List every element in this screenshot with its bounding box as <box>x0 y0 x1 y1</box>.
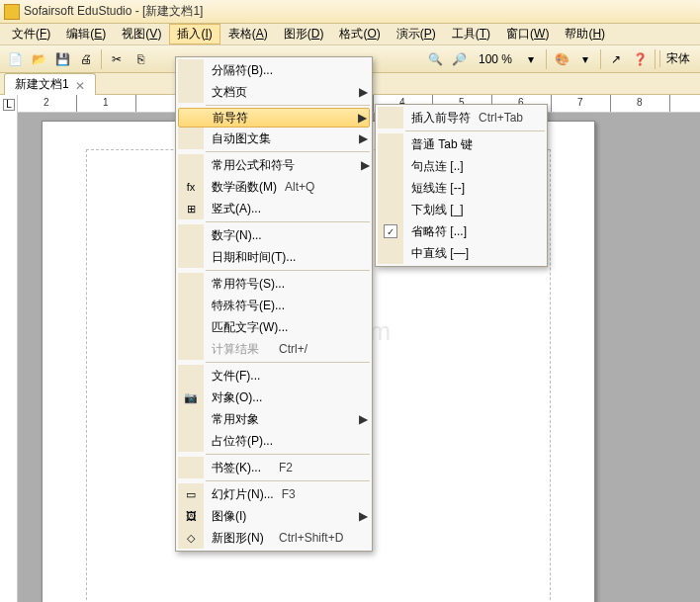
menu-item[interactable]: 图形(D) <box>276 24 332 44</box>
menu-icon <box>378 177 403 199</box>
menu-item[interactable]: 常用对象▶ <box>178 408 370 430</box>
copy-button[interactable]: ⎘ <box>130 48 151 70</box>
menu-icon <box>178 154 204 176</box>
menu-label: 日期和时间(T)... <box>204 249 304 266</box>
menu-label: 短线连 [--] <box>403 180 473 197</box>
menu-label: 书签(K)... <box>204 460 279 476</box>
submenu-arrow-icon: ▶ <box>356 412 370 426</box>
menu-label: 中直线 [—] <box>403 245 477 262</box>
ruler-mark: 8 <box>637 97 643 108</box>
menu-item[interactable]: 插入(I) <box>169 24 219 44</box>
menu-icon <box>178 408 204 430</box>
menu-item[interactable]: 演示(P) <box>389 24 444 44</box>
menu-item[interactable]: 窗口(W) <box>498 24 557 44</box>
ruler-corner: L <box>3 99 15 111</box>
menu-item[interactable]: 自动图文集▶ <box>178 128 370 149</box>
menu-item[interactable]: 文件(F)... <box>178 365 370 387</box>
save-button[interactable]: 💾 <box>51 48 73 70</box>
dropdown-icon[interactable]: ▾ <box>574 48 596 70</box>
menu-item[interactable]: 帮助(H) <box>557 24 613 44</box>
submenu-arrow-icon: ▶ <box>360 158 370 172</box>
menu-item[interactable]: 匹配文字(W)... <box>178 316 370 338</box>
menu-item[interactable]: 编辑(E) <box>58 24 114 44</box>
menu-item[interactable]: 短线连 [--] <box>378 177 545 199</box>
new-button[interactable]: 📄 <box>4 48 26 70</box>
menu-item[interactable]: 数字(N)... <box>178 224 370 246</box>
app-icon <box>4 4 20 20</box>
menu-label: 常用符号(S)... <box>204 276 293 293</box>
zoom-button[interactable]: 🔎 <box>449 48 471 70</box>
menu-label: 竖式(A)... <box>204 201 279 217</box>
menu-shortcut: Ctrl+/ <box>279 342 356 356</box>
menu-item[interactable]: 📷对象(O)... <box>178 387 370 408</box>
menu-item[interactable]: 下划线 [_] <box>378 199 545 220</box>
menu-item[interactable]: 书签(K)...F2 <box>178 457 370 478</box>
menu-icon <box>178 59 204 81</box>
menu-item[interactable]: ✓省略符 [...] <box>378 220 545 242</box>
zoom-value[interactable]: 100 % <box>473 52 518 66</box>
menu-item[interactable]: 句点连 [..] <box>378 155 545 177</box>
menu-icon <box>378 155 403 177</box>
menu-label: 特殊符号(E)... <box>204 298 293 314</box>
menu-label: 普通 Tab 键 <box>403 136 481 153</box>
menu-label: 数学函数(M) <box>204 179 285 196</box>
menu-separator <box>206 480 370 481</box>
menu-item[interactable]: 插入前导符Ctrl+Tab <box>378 107 545 129</box>
menu-item[interactable]: 前导符▶ <box>178 108 370 128</box>
toolbar-separator <box>546 49 547 69</box>
menu-label: 省略符 [...] <box>403 223 475 240</box>
menu-icon <box>178 295 204 316</box>
search-button[interactable]: 🔍 <box>425 48 447 70</box>
menu-item[interactable]: 工具(T) <box>444 24 498 44</box>
menu-item[interactable]: ▭幻灯片(N)...F3 <box>178 483 370 505</box>
close-icon[interactable]: ✕ <box>75 79 85 89</box>
menu-icon <box>178 316 204 338</box>
menu-icon <box>178 224 204 246</box>
dropdown-icon[interactable]: ▾ <box>520 48 542 70</box>
menu-item[interactable]: 特殊符号(E)... <box>178 295 370 316</box>
help-button[interactable]: ❓ <box>629 48 651 70</box>
menu-item[interactable]: 🖼图像(I)▶ <box>178 505 370 527</box>
cut-button[interactable]: ✂ <box>106 48 128 70</box>
menu-item[interactable]: 文件(F) <box>4 24 58 44</box>
document-tab[interactable]: 新建文档1 ✕ <box>4 73 96 95</box>
menu-label: 插入前导符 <box>403 110 479 127</box>
menu-item[interactable]: ◇新图形(N)Ctrl+Shift+D <box>178 527 370 549</box>
menu-item[interactable]: 表格(A) <box>220 24 276 44</box>
menu-separator <box>206 105 370 106</box>
menu-icon <box>178 273 204 295</box>
open-button[interactable]: 📂 <box>28 48 49 70</box>
print-button[interactable]: 🖨 <box>75 48 97 70</box>
menu-item[interactable]: 格式(O) <box>331 24 388 44</box>
menu-separator <box>206 270 370 271</box>
window-title: Sofairsoft EduStudio - [新建文档1] <box>24 3 203 20</box>
menu-icon: ◇ <box>178 527 204 549</box>
font-name[interactable]: 宋体 <box>659 50 696 67</box>
submenu-arrow-icon: ▶ <box>356 85 370 99</box>
menu-icon <box>178 365 204 387</box>
menu-item[interactable]: 常用公式和符号▶ <box>178 154 370 176</box>
menu-icon <box>178 81 204 103</box>
menu-item[interactable]: fx数学函数(M)Alt+Q <box>178 176 370 198</box>
color-button[interactable]: 🎨 <box>551 48 572 70</box>
menu-item[interactable]: 视图(V) <box>114 24 169 44</box>
menu-label: 数字(N)... <box>204 227 279 244</box>
menu-item[interactable]: 分隔符(B)... <box>178 59 370 81</box>
menu-separator <box>206 151 370 152</box>
submenu-arrow-icon: ▶ <box>356 509 370 523</box>
menu-item[interactable]: ⊞竖式(A)... <box>178 198 370 219</box>
menu-item[interactable]: 常用符号(S)... <box>178 273 370 295</box>
menu-item[interactable]: 日期和时间(T)... <box>178 246 370 268</box>
menubar: 文件(F)编辑(E)视图(V)插入(I)表格(A)图形(D)格式(O)演示(P)… <box>0 24 700 45</box>
arrow-button[interactable]: ↗ <box>605 48 627 70</box>
menu-item[interactable]: 文档页▶ <box>178 81 370 103</box>
toolbar-separator <box>101 49 102 69</box>
menu-label: 幻灯片(N)... <box>204 486 282 503</box>
menu-item[interactable]: 中直线 [—] <box>378 242 545 264</box>
menu-item[interactable]: 计算结果Ctrl+/ <box>178 338 370 360</box>
menu-item[interactable]: 占位符(P)... <box>178 430 370 452</box>
menu-shortcut: F2 <box>279 461 356 474</box>
menu-item[interactable]: 普通 Tab 键 <box>378 133 545 155</box>
menu-label: 常用公式和符号 <box>204 157 303 174</box>
check-icon: ✓ <box>384 224 397 238</box>
